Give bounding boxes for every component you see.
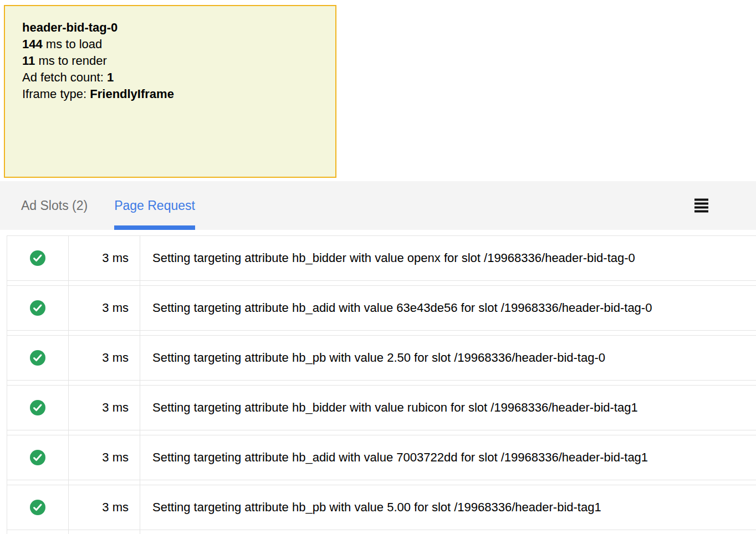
log-row: 3 ms Setting targeting attribute hb_bidd… <box>7 385 756 430</box>
slot-iframe-type: Iframe type: FriendlyIframe <box>22 86 324 102</box>
menu-bar <box>694 207 708 209</box>
check-circle-icon <box>30 400 45 415</box>
log-time: 3 ms <box>68 500 140 515</box>
menu-bar <box>694 210 708 213</box>
check-circle-icon <box>30 350 45 366</box>
log-time: 3 ms <box>68 301 140 315</box>
status-cell <box>7 500 68 515</box>
hamburger-menu-icon[interactable] <box>694 199 708 213</box>
tab-ad-slots[interactable]: Ad Slots (2) <box>21 181 88 230</box>
log-message: Setting targeting attribute hb_bidder wi… <box>140 400 756 415</box>
log-row: 3 ms Setting targeting attribute hb_pb w… <box>7 485 756 530</box>
status-cell <box>7 300 68 316</box>
check-circle-icon <box>30 500 45 515</box>
log-row: 3 ms Setting targeting attribute hb_pb w… <box>7 335 756 381</box>
status-cell <box>7 450 68 465</box>
menu-bar <box>694 203 708 205</box>
slot-info-box: header-bid-tag-0 144 ms to load 11 ms to… <box>4 5 336 178</box>
log-message: Setting targeting attribute hb_pb with v… <box>140 351 756 365</box>
log-message: Setting targeting attribute hb_adid with… <box>140 301 756 315</box>
log-time: 3 ms <box>68 400 140 415</box>
log-time: 3 ms <box>68 351 140 365</box>
page-request-log: 3 ms Setting targeting attribute hb_bidd… <box>0 235 756 534</box>
slot-render-time: 11 ms to render <box>22 53 324 69</box>
column-divider <box>7 235 7 534</box>
log-time: 3 ms <box>68 251 140 265</box>
log-message: Setting targeting attribute hb_pb with v… <box>140 500 756 515</box>
tab-page-request[interactable]: Page Request <box>114 181 195 230</box>
log-message: Setting targeting attribute hb_adid with… <box>140 450 756 465</box>
column-divider <box>140 235 140 534</box>
check-circle-icon <box>30 450 45 465</box>
log-time: 3 ms <box>68 450 140 465</box>
log-message: Setting targeting attribute hb_bidder wi… <box>140 251 756 265</box>
column-divider <box>68 235 69 534</box>
check-circle-icon <box>30 250 45 266</box>
log-row: 3 ms Setting targeting attribute hb_bidd… <box>7 235 756 281</box>
status-cell <box>7 350 68 366</box>
status-cell <box>7 400 68 415</box>
log-row: 3 ms Setting targeting attribute hb_adid… <box>7 435 756 480</box>
status-cell <box>7 250 68 266</box>
menu-bar <box>694 199 708 201</box>
slot-title: header-bid-tag-0 <box>22 19 324 36</box>
check-circle-icon <box>30 300 45 316</box>
console-tab-bar: Ad Slots (2) Page Request <box>0 181 756 230</box>
log-row: 3 ms Setting targeting attribute hb_adid… <box>7 285 756 331</box>
slot-load-time: 144 ms to load <box>22 36 324 53</box>
slot-fetch-count: Ad fetch count: 1 <box>22 69 324 86</box>
